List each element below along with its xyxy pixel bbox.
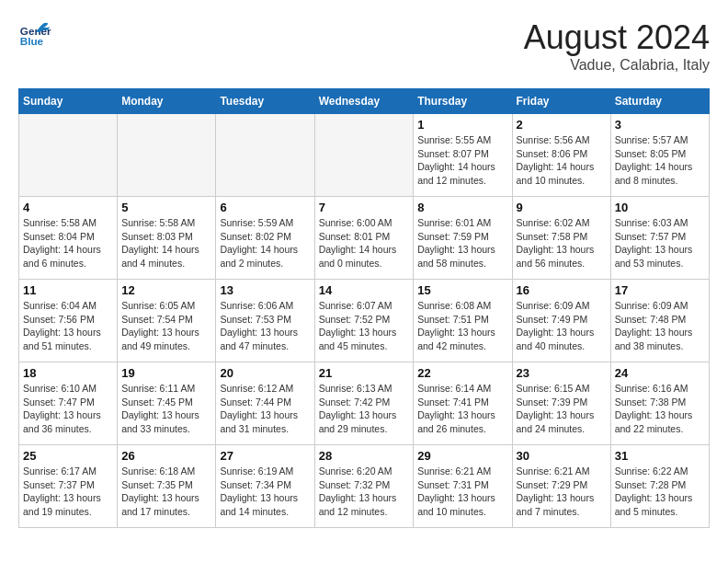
logo: General Blue bbox=[18, 18, 51, 52]
day-info: Sunrise: 6:18 AM Sunset: 7:35 PM Dayligh… bbox=[121, 465, 211, 519]
col-header-wednesday: Wednesday bbox=[314, 89, 414, 114]
calendar-cell: 25Sunrise: 6:17 AM Sunset: 7:37 PM Dayli… bbox=[19, 445, 118, 528]
calendar-cell: 29Sunrise: 6:21 AM Sunset: 7:31 PM Dayli… bbox=[414, 445, 512, 528]
calendar-cell: 3Sunrise: 5:57 AM Sunset: 8:05 PM Daylig… bbox=[610, 114, 709, 197]
day-number: 3 bbox=[615, 118, 705, 132]
calendar-cell: 6Sunrise: 5:59 AM Sunset: 8:02 PM Daylig… bbox=[216, 197, 314, 280]
day-number: 26 bbox=[121, 449, 211, 463]
calendar-cell: 13Sunrise: 6:06 AM Sunset: 7:53 PM Dayli… bbox=[216, 280, 314, 362]
calendar-cell: 27Sunrise: 6:19 AM Sunset: 7:34 PM Dayli… bbox=[216, 445, 314, 528]
col-header-sunday: Sunday bbox=[19, 89, 118, 114]
calendar-cell: 10Sunrise: 6:03 AM Sunset: 7:57 PM Dayli… bbox=[610, 197, 709, 280]
day-number: 16 bbox=[517, 283, 607, 297]
calendar-cell: 14Sunrise: 6:07 AM Sunset: 7:52 PM Dayli… bbox=[314, 280, 414, 362]
calendar-cell: 2Sunrise: 5:56 AM Sunset: 8:06 PM Daylig… bbox=[512, 114, 610, 197]
calendar-cell: 26Sunrise: 6:18 AM Sunset: 7:35 PM Dayli… bbox=[118, 445, 216, 528]
day-number: 4 bbox=[23, 201, 113, 214]
calendar-week-3: 11Sunrise: 6:04 AM Sunset: 7:56 PM Dayli… bbox=[19, 280, 710, 362]
day-info: Sunrise: 6:09 AM Sunset: 7:48 PM Dayligh… bbox=[615, 299, 705, 353]
day-number: 21 bbox=[319, 366, 410, 380]
day-info: Sunrise: 6:15 AM Sunset: 7:39 PM Dayligh… bbox=[517, 382, 607, 436]
day-info: Sunrise: 6:04 AM Sunset: 7:56 PM Dayligh… bbox=[23, 299, 113, 353]
day-info: Sunrise: 6:13 AM Sunset: 7:42 PM Dayligh… bbox=[319, 382, 410, 436]
day-number: 20 bbox=[220, 366, 310, 380]
calendar-cell: 21Sunrise: 6:13 AM Sunset: 7:42 PM Dayli… bbox=[314, 362, 414, 445]
day-number: 9 bbox=[517, 201, 607, 214]
day-info: Sunrise: 6:22 AM Sunset: 7:28 PM Dayligh… bbox=[615, 465, 705, 519]
day-info: Sunrise: 6:17 AM Sunset: 7:37 PM Dayligh… bbox=[23, 465, 113, 519]
calendar-cell: 15Sunrise: 6:08 AM Sunset: 7:51 PM Dayli… bbox=[414, 280, 512, 362]
day-info: Sunrise: 6:10 AM Sunset: 7:47 PM Dayligh… bbox=[23, 382, 113, 436]
day-number: 1 bbox=[417, 118, 507, 132]
col-header-thursday: Thursday bbox=[414, 89, 512, 114]
calendar-cell: 11Sunrise: 6:04 AM Sunset: 7:56 PM Dayli… bbox=[19, 280, 118, 362]
day-number: 29 bbox=[417, 449, 507, 463]
day-number: 12 bbox=[121, 283, 211, 297]
col-header-tuesday: Tuesday bbox=[216, 89, 314, 114]
day-info: Sunrise: 6:06 AM Sunset: 7:53 PM Dayligh… bbox=[220, 299, 310, 353]
col-header-saturday: Saturday bbox=[610, 89, 709, 114]
title-block: August 2024 Vadue, Calabria, Italy bbox=[524, 18, 710, 74]
day-info: Sunrise: 6:07 AM Sunset: 7:52 PM Dayligh… bbox=[319, 299, 410, 353]
calendar-cell: 20Sunrise: 6:12 AM Sunset: 7:44 PM Dayli… bbox=[216, 362, 314, 445]
day-info: Sunrise: 6:00 AM Sunset: 8:01 PM Dayligh… bbox=[319, 216, 410, 270]
day-number: 18 bbox=[23, 366, 113, 380]
month-title: August 2024 bbox=[524, 18, 710, 57]
day-number: 22 bbox=[417, 366, 507, 380]
calendar-cell: 7Sunrise: 6:00 AM Sunset: 8:01 PM Daylig… bbox=[314, 197, 414, 280]
day-info: Sunrise: 6:16 AM Sunset: 7:38 PM Dayligh… bbox=[615, 382, 705, 436]
day-info: Sunrise: 6:20 AM Sunset: 7:32 PM Dayligh… bbox=[319, 465, 410, 519]
day-number: 30 bbox=[517, 449, 607, 463]
day-info: Sunrise: 6:01 AM Sunset: 7:59 PM Dayligh… bbox=[417, 216, 507, 270]
day-info: Sunrise: 6:21 AM Sunset: 7:29 PM Dayligh… bbox=[517, 465, 607, 519]
calendar-cell bbox=[216, 114, 314, 197]
calendar-cell: 4Sunrise: 5:58 AM Sunset: 8:04 PM Daylig… bbox=[19, 197, 118, 280]
col-header-monday: Monday bbox=[118, 89, 216, 114]
day-number: 15 bbox=[417, 283, 507, 297]
calendar-header-row: SundayMondayTuesdayWednesdayThursdayFrid… bbox=[19, 89, 710, 114]
day-info: Sunrise: 5:58 AM Sunset: 8:04 PM Dayligh… bbox=[23, 216, 113, 270]
calendar-cell: 24Sunrise: 6:16 AM Sunset: 7:38 PM Dayli… bbox=[610, 362, 709, 445]
day-number: 23 bbox=[517, 366, 607, 380]
day-number: 10 bbox=[615, 201, 705, 214]
day-number: 19 bbox=[121, 366, 211, 380]
day-info: Sunrise: 6:09 AM Sunset: 7:49 PM Dayligh… bbox=[517, 299, 607, 353]
calendar-cell: 19Sunrise: 6:11 AM Sunset: 7:45 PM Dayli… bbox=[118, 362, 216, 445]
day-number: 2 bbox=[517, 118, 607, 132]
calendar-cell: 28Sunrise: 6:20 AM Sunset: 7:32 PM Dayli… bbox=[314, 445, 414, 528]
day-number: 28 bbox=[319, 449, 410, 463]
day-info: Sunrise: 5:58 AM Sunset: 8:03 PM Dayligh… bbox=[121, 216, 211, 270]
day-info: Sunrise: 6:14 AM Sunset: 7:41 PM Dayligh… bbox=[417, 382, 507, 436]
day-info: Sunrise: 6:12 AM Sunset: 7:44 PM Dayligh… bbox=[220, 382, 310, 436]
day-info: Sunrise: 5:57 AM Sunset: 8:05 PM Dayligh… bbox=[615, 133, 705, 188]
day-number: 14 bbox=[319, 283, 410, 297]
calendar-cell: 30Sunrise: 6:21 AM Sunset: 7:29 PM Dayli… bbox=[512, 445, 610, 528]
calendar-week-2: 4Sunrise: 5:58 AM Sunset: 8:04 PM Daylig… bbox=[19, 197, 710, 280]
day-info: Sunrise: 6:05 AM Sunset: 7:54 PM Dayligh… bbox=[121, 299, 211, 353]
day-number: 17 bbox=[615, 283, 705, 297]
day-info: Sunrise: 6:11 AM Sunset: 7:45 PM Dayligh… bbox=[121, 382, 211, 436]
day-info: Sunrise: 6:21 AM Sunset: 7:31 PM Dayligh… bbox=[417, 465, 507, 519]
calendar-cell: 17Sunrise: 6:09 AM Sunset: 7:48 PM Dayli… bbox=[610, 280, 709, 362]
page-header: General Blue August 2024 Vadue, Calabria… bbox=[18, 18, 710, 74]
day-info: Sunrise: 5:56 AM Sunset: 8:06 PM Dayligh… bbox=[517, 133, 607, 188]
calendar-cell: 1Sunrise: 5:55 AM Sunset: 8:07 PM Daylig… bbox=[414, 114, 512, 197]
day-number: 6 bbox=[220, 201, 310, 214]
calendar-cell bbox=[19, 114, 118, 197]
day-number: 24 bbox=[615, 366, 705, 380]
calendar-cell bbox=[118, 114, 216, 197]
day-info: Sunrise: 6:19 AM Sunset: 7:34 PM Dayligh… bbox=[220, 465, 310, 519]
calendar-cell: 9Sunrise: 6:02 AM Sunset: 7:58 PM Daylig… bbox=[512, 197, 610, 280]
day-info: Sunrise: 6:02 AM Sunset: 7:58 PM Dayligh… bbox=[517, 216, 607, 270]
calendar-cell: 8Sunrise: 6:01 AM Sunset: 7:59 PM Daylig… bbox=[414, 197, 512, 280]
calendar-cell bbox=[314, 114, 414, 197]
day-info: Sunrise: 5:59 AM Sunset: 8:02 PM Dayligh… bbox=[220, 216, 310, 270]
calendar-cell: 22Sunrise: 6:14 AM Sunset: 7:41 PM Dayli… bbox=[414, 362, 512, 445]
day-number: 13 bbox=[220, 283, 310, 297]
logo-icon: General Blue bbox=[18, 18, 51, 52]
day-info: Sunrise: 6:03 AM Sunset: 7:57 PM Dayligh… bbox=[615, 216, 705, 270]
day-info: Sunrise: 5:55 AM Sunset: 8:07 PM Dayligh… bbox=[417, 133, 507, 188]
location-title: Vadue, Calabria, Italy bbox=[524, 57, 710, 74]
calendar-cell: 5Sunrise: 5:58 AM Sunset: 8:03 PM Daylig… bbox=[118, 197, 216, 280]
day-info: Sunrise: 6:08 AM Sunset: 7:51 PM Dayligh… bbox=[417, 299, 507, 353]
